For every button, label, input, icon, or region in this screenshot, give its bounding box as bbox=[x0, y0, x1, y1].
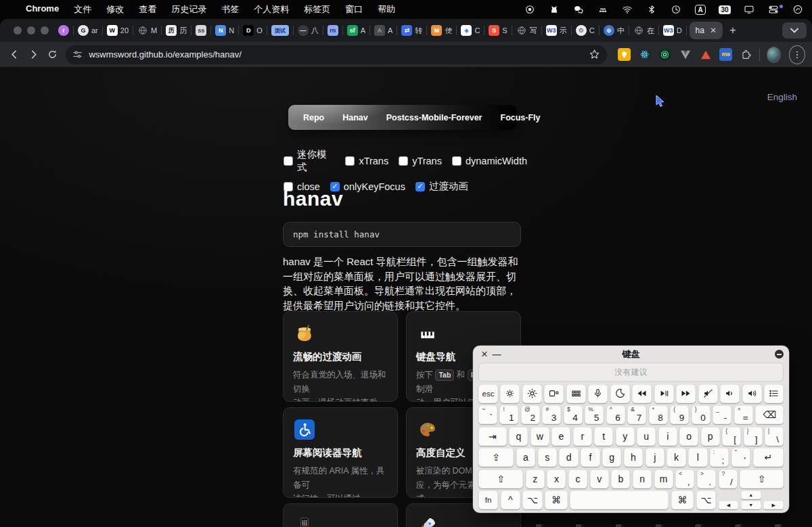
reload-button[interactable] bbox=[45, 45, 61, 64]
checkbox-yTrans[interactable]: yTrans bbox=[399, 156, 442, 166]
key-arrow-down[interactable]: ▼ bbox=[741, 501, 761, 509]
key-g[interactable]: g bbox=[602, 448, 621, 467]
key-↵[interactable]: ↵ bbox=[753, 448, 784, 467]
pinned-tab-m-orange[interactable]: M使 bbox=[427, 19, 456, 42]
key-space[interactable] bbox=[570, 490, 669, 509]
battery-percent-icon[interactable]: 30 bbox=[717, 3, 732, 16]
menu-item-1[interactable]: 文件 bbox=[74, 3, 91, 16]
extensions-puzzle-icon[interactable] bbox=[740, 48, 752, 61]
display-icon[interactable] bbox=[742, 3, 757, 16]
traffic-light-close[interactable] bbox=[14, 26, 22, 35]
menu-item-6[interactable]: 个人资料 bbox=[254, 3, 289, 16]
vue-devtools-icon[interactable] bbox=[679, 48, 692, 61]
key-b[interactable]: b bbox=[611, 469, 630, 488]
site-settings-icon[interactable] bbox=[72, 49, 83, 60]
key-⇥[interactable]: ⇥ bbox=[478, 427, 507, 446]
nav-item-focus-fly[interactable]: Focus-Fly bbox=[501, 113, 541, 122]
tab-search-button[interactable] bbox=[782, 22, 807, 39]
tab-close-icon[interactable]: ✕ bbox=[710, 26, 717, 35]
key-⌫[interactable]: ⌫ bbox=[755, 405, 784, 424]
key-d[interactable]: d bbox=[559, 448, 578, 467]
pinned-tab-n-blue[interactable]: NN bbox=[211, 19, 238, 42]
pinned-tab-gray[interactable]: AA bbox=[370, 19, 397, 42]
key-6[interactable]: ^6 bbox=[606, 405, 625, 424]
address-bar[interactable]: wswmsword.github.io/examples/hanav/ bbox=[66, 45, 607, 64]
menu-item-chrome[interactable]: Chrome bbox=[26, 3, 59, 16]
key-⇧[interactable]: ⇧ bbox=[740, 469, 784, 488]
pinned-tab-rn[interactable]: rn bbox=[323, 19, 342, 42]
key-\[interactable]: |\ bbox=[765, 427, 784, 446]
key-c[interactable]: c bbox=[568, 469, 587, 488]
pinned-tab-r[interactable]: r bbox=[54, 19, 73, 42]
key-vol1[interactable] bbox=[720, 384, 740, 403]
key-rew[interactable] bbox=[632, 384, 652, 403]
key-play[interactable] bbox=[654, 384, 674, 403]
pinned-tab-sf[interactable]: sfA bbox=[343, 19, 369, 42]
pinned-tab-minus[interactable]: —八 bbox=[294, 19, 323, 42]
key-j[interactable]: j bbox=[646, 448, 664, 467]
control-center-icon[interactable] bbox=[766, 3, 781, 16]
key-arrow-left[interactable]: ◀ bbox=[719, 501, 739, 509]
key-,[interactable]: <, bbox=[675, 469, 694, 488]
browser-menu-button[interactable]: ⋮ bbox=[789, 45, 805, 64]
pinned-tab-globe3[interactable]: 在 bbox=[629, 19, 658, 42]
key-=[interactable]: += bbox=[734, 405, 753, 424]
key-o[interactable]: o bbox=[679, 427, 698, 446]
bluetooth-icon[interactable] bbox=[644, 3, 659, 16]
key-k[interactable]: k bbox=[667, 448, 685, 467]
key-][interactable]: }] bbox=[744, 427, 763, 446]
key-p[interactable]: p bbox=[701, 427, 720, 446]
back-button[interactable] bbox=[7, 45, 23, 64]
pinned-tab-mianshi[interactable]: 面试 bbox=[267, 19, 293, 42]
wifi-icon[interactable] bbox=[620, 3, 635, 16]
checkbox-box[interactable]: ✓ bbox=[415, 182, 425, 191]
key-/[interactable]: ?/ bbox=[719, 469, 738, 488]
keep-extension-icon[interactable] bbox=[618, 48, 631, 61]
key-v[interactable]: v bbox=[590, 469, 609, 488]
key-bright[interactable] bbox=[522, 384, 542, 403]
checkbox-过渡动画[interactable]: ✓过渡动画 bbox=[415, 180, 468, 193]
key-.[interactable]: >. bbox=[697, 469, 716, 488]
key-mic[interactable] bbox=[588, 384, 608, 403]
react-devtools-icon[interactable] bbox=[638, 48, 651, 61]
pinned-tab-globe2[interactable]: 写 bbox=[512, 19, 541, 42]
forward-button[interactable] bbox=[26, 45, 42, 64]
key-⇪[interactable]: ⇪ bbox=[478, 448, 514, 467]
key-7[interactable]: &7 bbox=[627, 405, 646, 424]
key-;[interactable]: :; bbox=[710, 448, 729, 467]
profile-avatar[interactable] bbox=[767, 47, 781, 63]
key-9[interactable]: (9 bbox=[670, 405, 689, 424]
pinned-tab-ss[interactable]: ss bbox=[191, 19, 210, 42]
menu-item-4[interactable]: 历史记录 bbox=[171, 3, 206, 16]
key--[interactable]: _- bbox=[713, 405, 731, 424]
key-t[interactable]: t bbox=[594, 427, 613, 446]
key-ffwd[interactable] bbox=[676, 384, 696, 403]
key-w[interactable]: w bbox=[531, 427, 549, 446]
key-z[interactable]: z bbox=[526, 469, 545, 488]
pinned-tab-shield[interactable]: ⊕中 bbox=[600, 19, 629, 42]
key-4[interactable]: $4 bbox=[564, 405, 583, 424]
key-⇧[interactable]: ⇧ bbox=[478, 469, 523, 488]
key-l[interactable]: l bbox=[688, 448, 707, 467]
checkbox-box[interactable] bbox=[345, 156, 355, 166]
key-⌘[interactable]: ⌘ bbox=[545, 490, 568, 509]
key-i[interactable]: i bbox=[658, 427, 677, 446]
checkbox-迷你模式[interactable]: 迷你模式 bbox=[284, 148, 335, 174]
key-list[interactable] bbox=[764, 384, 784, 403]
checkbox-xTrans[interactable]: xTrans bbox=[345, 156, 388, 166]
pinned-tab-layers[interactable]: ◈C bbox=[457, 19, 484, 42]
menu-item-9[interactable]: 帮助 bbox=[378, 3, 395, 16]
key-`[interactable]: ~` bbox=[478, 405, 497, 424]
key-x[interactable]: x bbox=[547, 469, 566, 488]
pinned-tab-blue-sq[interactable]: ⇄转 bbox=[397, 19, 426, 42]
app-cat-icon[interactable] bbox=[547, 3, 562, 16]
nav-item-postcss-mobile-forever[interactable]: Postcss-Mobile-Forever bbox=[386, 113, 482, 122]
time-machine-icon[interactable] bbox=[669, 3, 683, 16]
language-link[interactable]: English bbox=[767, 92, 797, 102]
key-y[interactable]: y bbox=[616, 427, 635, 446]
key-esc[interactable]: esc bbox=[478, 384, 498, 403]
key-u[interactable]: u bbox=[637, 427, 656, 446]
siri-icon[interactable] bbox=[790, 3, 805, 16]
key-arrow-up[interactable]: ▲ bbox=[741, 490, 761, 499]
bookmark-star-icon[interactable] bbox=[589, 49, 600, 60]
